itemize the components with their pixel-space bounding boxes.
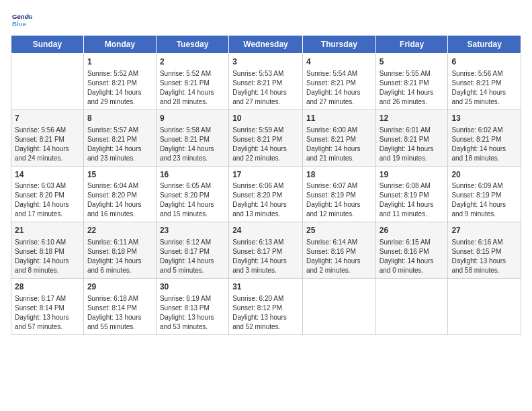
calendar-cell xyxy=(448,279,521,335)
calendar-cell: 30Sunrise: 6:19 AM Sunset: 8:13 PM Dayli… xyxy=(156,279,228,335)
calendar-week-row: 7Sunrise: 5:56 AM Sunset: 8:21 PM Daylig… xyxy=(11,109,521,166)
day-number: 21 xyxy=(15,225,80,236)
day-info: Sunrise: 6:02 AM Sunset: 8:21 PM Dayligh… xyxy=(451,126,517,163)
day-info: Sunrise: 5:52 AM Sunset: 8:21 PM Dayligh… xyxy=(160,69,225,107)
calendar-cell: 5Sunrise: 5:55 AM Sunset: 8:21 PM Daylig… xyxy=(375,54,448,110)
day-number: 5 xyxy=(380,56,445,68)
day-number: 30 xyxy=(160,281,225,293)
day-info: Sunrise: 6:17 AM Sunset: 8:14 PM Dayligh… xyxy=(15,294,80,332)
day-info: Sunrise: 5:55 AM Sunset: 8:21 PM Dayligh… xyxy=(380,69,445,107)
calendar-cell: 27Sunrise: 6:16 AM Sunset: 8:15 PM Dayli… xyxy=(448,222,521,279)
day-info: Sunrise: 5:58 AM Sunset: 8:21 PM Dayligh… xyxy=(160,126,225,163)
day-info: Sunrise: 6:04 AM Sunset: 8:20 PM Dayligh… xyxy=(87,181,152,219)
calendar-cell: 28Sunrise: 6:17 AM Sunset: 8:14 PM Dayli… xyxy=(11,279,84,335)
calendar-cell: 18Sunrise: 6:07 AM Sunset: 8:19 PM Dayli… xyxy=(302,166,375,222)
day-info: Sunrise: 5:59 AM Sunset: 8:21 PM Dayligh… xyxy=(232,126,299,163)
day-number: 1 xyxy=(87,56,152,68)
day-number: 19 xyxy=(380,169,445,181)
day-info: Sunrise: 6:10 AM Sunset: 8:18 PM Dayligh… xyxy=(15,238,80,275)
day-info: Sunrise: 6:05 AM Sunset: 8:20 PM Dayligh… xyxy=(160,181,225,219)
day-info: Sunrise: 6:08 AM Sunset: 8:19 PM Dayligh… xyxy=(380,181,445,219)
weekday-header: Monday xyxy=(83,36,156,54)
day-number: 15 xyxy=(87,169,152,181)
day-info: Sunrise: 6:07 AM Sunset: 8:19 PM Dayligh… xyxy=(306,181,372,219)
calendar-cell: 3Sunrise: 5:53 AM Sunset: 8:21 PM Daylig… xyxy=(229,54,303,110)
weekday-header: Thursday xyxy=(302,36,375,54)
day-info: Sunrise: 5:53 AM Sunset: 8:21 PM Dayligh… xyxy=(232,69,299,107)
calendar-cell: 7Sunrise: 5:56 AM Sunset: 8:21 PM Daylig… xyxy=(11,109,84,166)
day-number: 8 xyxy=(87,113,152,124)
day-number: 12 xyxy=(380,113,445,124)
day-info: Sunrise: 6:06 AM Sunset: 8:20 PM Dayligh… xyxy=(232,181,299,219)
svg-text:Blue: Blue xyxy=(12,20,26,28)
day-number: 28 xyxy=(15,281,80,293)
day-info: Sunrise: 5:52 AM Sunset: 8:21 PM Dayligh… xyxy=(87,69,152,107)
day-info: Sunrise: 5:54 AM Sunset: 8:21 PM Dayligh… xyxy=(306,69,372,107)
calendar-cell: 16Sunrise: 6:05 AM Sunset: 8:20 PM Dayli… xyxy=(156,166,228,222)
day-number: 16 xyxy=(160,169,225,181)
calendar-cell: 12Sunrise: 6:01 AM Sunset: 8:21 PM Dayli… xyxy=(375,109,448,166)
day-info: Sunrise: 5:56 AM Sunset: 8:21 PM Dayligh… xyxy=(451,69,517,107)
calendar-cell: 21Sunrise: 6:10 AM Sunset: 8:18 PM Dayli… xyxy=(11,222,84,279)
calendar-week-row: 21Sunrise: 6:10 AM Sunset: 8:18 PM Dayli… xyxy=(11,222,521,279)
day-info: Sunrise: 6:15 AM Sunset: 8:16 PM Dayligh… xyxy=(380,238,445,275)
calendar-cell: 14Sunrise: 6:03 AM Sunset: 8:20 PM Dayli… xyxy=(11,166,84,222)
calendar-cell: 4Sunrise: 5:54 AM Sunset: 8:21 PM Daylig… xyxy=(302,54,375,110)
day-info: Sunrise: 6:03 AM Sunset: 8:20 PM Dayligh… xyxy=(15,181,80,219)
calendar-cell: 19Sunrise: 6:08 AM Sunset: 8:19 PM Dayli… xyxy=(375,166,448,222)
calendar-cell: 20Sunrise: 6:09 AM Sunset: 8:19 PM Dayli… xyxy=(448,166,521,222)
calendar-cell: 2Sunrise: 5:52 AM Sunset: 8:21 PM Daylig… xyxy=(156,54,228,110)
day-info: Sunrise: 6:13 AM Sunset: 8:17 PM Dayligh… xyxy=(232,238,299,275)
day-number: 11 xyxy=(306,113,372,124)
calendar-cell: 22Sunrise: 6:11 AM Sunset: 8:18 PM Dayli… xyxy=(83,222,156,279)
calendar-cell: 1Sunrise: 5:52 AM Sunset: 8:21 PM Daylig… xyxy=(83,54,156,110)
day-number: 26 xyxy=(380,225,445,236)
logo-icon: General Blue xyxy=(11,11,32,30)
page-header: General Blue xyxy=(11,11,521,30)
day-number: 10 xyxy=(232,113,299,124)
day-number: 14 xyxy=(15,169,80,181)
day-number: 20 xyxy=(451,169,517,181)
calendar-cell: 29Sunrise: 6:18 AM Sunset: 8:14 PM Dayli… xyxy=(83,279,156,335)
day-info: Sunrise: 6:16 AM Sunset: 8:15 PM Dayligh… xyxy=(451,238,517,275)
calendar-cell: 24Sunrise: 6:13 AM Sunset: 8:17 PM Dayli… xyxy=(229,222,303,279)
weekday-header: Wednesday xyxy=(229,36,303,54)
day-info: Sunrise: 6:18 AM Sunset: 8:14 PM Dayligh… xyxy=(87,294,152,332)
day-info: Sunrise: 5:56 AM Sunset: 8:21 PM Dayligh… xyxy=(15,126,80,163)
weekday-header: Tuesday xyxy=(156,36,228,54)
calendar-week-row: 14Sunrise: 6:03 AM Sunset: 8:20 PM Dayli… xyxy=(11,166,521,222)
day-number: 7 xyxy=(15,113,80,124)
weekday-header-row: SundayMondayTuesdayWednesdayThursdayFrid… xyxy=(11,36,521,54)
calendar-cell: 10Sunrise: 5:59 AM Sunset: 8:21 PM Dayli… xyxy=(229,109,303,166)
calendar-cell: 13Sunrise: 6:02 AM Sunset: 8:21 PM Dayli… xyxy=(448,109,521,166)
day-number: 22 xyxy=(87,225,152,236)
calendar-cell: 15Sunrise: 6:04 AM Sunset: 8:20 PM Dayli… xyxy=(83,166,156,222)
day-number: 25 xyxy=(306,225,372,236)
weekday-header: Friday xyxy=(375,36,448,54)
calendar-cell: 9Sunrise: 5:58 AM Sunset: 8:21 PM Daylig… xyxy=(156,109,228,166)
weekday-header: Sunday xyxy=(11,36,84,54)
day-info: Sunrise: 6:11 AM Sunset: 8:18 PM Dayligh… xyxy=(87,238,152,275)
day-number: 3 xyxy=(232,56,299,68)
day-number: 2 xyxy=(160,56,225,68)
calendar-table: SundayMondayTuesdayWednesdayThursdayFrid… xyxy=(11,35,521,335)
day-info: Sunrise: 6:20 AM Sunset: 8:12 PM Dayligh… xyxy=(232,294,299,332)
day-number: 4 xyxy=(306,56,372,68)
calendar-cell: 8Sunrise: 5:57 AM Sunset: 8:21 PM Daylig… xyxy=(83,109,156,166)
day-info: Sunrise: 6:12 AM Sunset: 8:17 PM Dayligh… xyxy=(160,238,225,275)
day-info: Sunrise: 6:19 AM Sunset: 8:13 PM Dayligh… xyxy=(160,294,225,332)
day-info: Sunrise: 6:09 AM Sunset: 8:19 PM Dayligh… xyxy=(451,181,517,219)
calendar-cell: 11Sunrise: 6:00 AM Sunset: 8:21 PM Dayli… xyxy=(302,109,375,166)
weekday-header: Saturday xyxy=(448,36,521,54)
calendar-cell xyxy=(11,54,84,110)
day-number: 13 xyxy=(451,113,517,124)
calendar-cell: 17Sunrise: 6:06 AM Sunset: 8:20 PM Dayli… xyxy=(229,166,303,222)
calendar-cell: 25Sunrise: 6:14 AM Sunset: 8:16 PM Dayli… xyxy=(302,222,375,279)
calendar-week-row: 28Sunrise: 6:17 AM Sunset: 8:14 PM Dayli… xyxy=(11,279,521,335)
calendar-cell: 6Sunrise: 5:56 AM Sunset: 8:21 PM Daylig… xyxy=(448,54,521,110)
day-info: Sunrise: 6:14 AM Sunset: 8:16 PM Dayligh… xyxy=(306,238,372,275)
day-number: 9 xyxy=(160,113,225,124)
day-info: Sunrise: 6:01 AM Sunset: 8:21 PM Dayligh… xyxy=(380,126,445,163)
day-info: Sunrise: 5:57 AM Sunset: 8:21 PM Dayligh… xyxy=(87,126,152,163)
day-number: 23 xyxy=(160,225,225,236)
